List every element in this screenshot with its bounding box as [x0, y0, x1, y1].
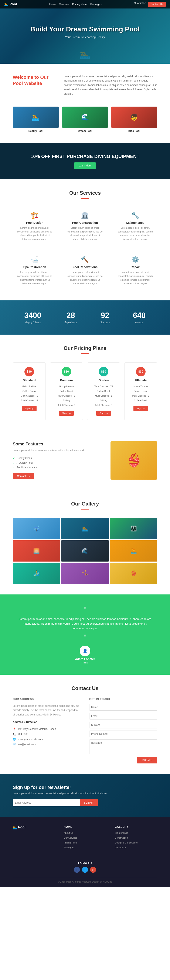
phone-input[interactable] [89, 730, 157, 737]
stat-awards-value: 640 [133, 311, 146, 320]
features-contact-button[interactable]: Contact Us [13, 473, 34, 479]
list-item: Multi Classes - 2 [55, 393, 79, 398]
promo-banner: 10% OFF FIRST PURCHASE DIVING EQUIPMENT … [0, 143, 170, 180]
plan-ultimate: $30 Ultimate Main / Toddler Group Lesson… [124, 363, 157, 420]
footer-link[interactable]: Maintenance [115, 832, 128, 834]
testimonial-name: Adam Lobster [17, 657, 153, 661]
web-icon: 🌐 [13, 738, 16, 741]
ultimate-name: Ultimate [129, 379, 153, 382]
email-input[interactable] [89, 713, 157, 719]
pool-construction-desc: Lorem ipsum dolor sit amet, consectetur … [67, 226, 103, 241]
hero-subtitle: Your Dream Is Becoming Reality [30, 35, 140, 39]
contact-section: Contact Us OUR ADDRESS Lorem ipsum dolor… [0, 675, 170, 774]
touch-heading: GET IN TOUCH [89, 698, 157, 701]
footer-brand-col: 🏊 Pool [13, 826, 55, 851]
stat-success-label: Success [100, 321, 110, 324]
footer-link[interactable]: Construction [115, 837, 128, 839]
footer-link[interactable]: Our Services [64, 837, 77, 839]
stat-exp-label: Experience [64, 321, 77, 324]
gallery-item[interactable]: 🤿 [13, 518, 60, 539]
list-item: ✓Quality Clean [13, 456, 102, 460]
welcome-right: Lorem ipsum dolor sit amet, consectetur … [64, 74, 157, 96]
guarantee-link[interactable]: Guarantee [134, 2, 146, 7]
list-item: Total Classes - 9 [91, 403, 115, 407]
features-desc: Lorem ipsum dolor sit amet consectetur a… [13, 449, 102, 453]
footer-gallery-links: Maintenance Construction Design & Constr… [115, 831, 157, 849]
gallery-item[interactable]: 🌅 [13, 540, 60, 562]
service-maintenance: 🔧 Maintenance Lorem ipsum dolor sit amet… [113, 207, 157, 245]
contact-address-col: OUR ADDRESS Lorem ipsum dolor sit amet, … [13, 698, 81, 764]
features-section: Some Features Lorem ipsum dolor sit amet… [0, 431, 170, 490]
footer-logo[interactable]: 🏊 Pool [13, 826, 55, 829]
name-input[interactable] [89, 704, 157, 711]
newsletter-submit-button[interactable]: SUBMIT [80, 799, 98, 807]
contact-link[interactable]: Contact Us [148, 2, 166, 7]
footer-link[interactable]: Design & Construction [115, 842, 138, 844]
golden-badge: $60 [99, 367, 108, 376]
standard-signup-button[interactable]: Sign Up [22, 406, 37, 411]
gallery-item[interactable]: 🤸 [61, 563, 109, 584]
gallery-item[interactable]: 👨‍👩‍👧 [110, 518, 157, 539]
service-pool-construction: 🏛️ Pool Construction Lorem ipsum dolor s… [63, 207, 107, 245]
contact-email-text: info@email.com [18, 743, 36, 746]
subject-input[interactable] [89, 722, 157, 729]
nav-home[interactable]: Home [49, 3, 56, 6]
pool-card-beauty[interactable]: 🏊 Beauty Pool [13, 107, 59, 132]
pricing-section: Our Pricing Plans $30 Standard Main / To… [0, 335, 170, 431]
list-item: Coffee Break [55, 389, 79, 393]
plan-standard: $30 Standard Main / Toddler Coffee Break… [13, 363, 46, 420]
welcome-left: Welcome to Our Pool Website [13, 74, 55, 86]
list-item: Maintenance [115, 831, 157, 834]
gallery-section: Our Gallery 🤿 🏊 👨‍👩‍👧 🌅 🌊 🤽 🏄 🤸 👙 [0, 490, 170, 595]
list-item: Construction [115, 836, 157, 839]
gallery-item[interactable]: 🌊 [61, 540, 109, 562]
features-list: ✓Quality Clean ✓A Quality Pool ✓Pool Mai… [13, 456, 102, 470]
logo[interactable]: 🏊 Pool [4, 2, 17, 6]
googleplus-icon[interactable]: g+ [90, 867, 96, 873]
promo-button[interactable]: Learn More [74, 162, 96, 169]
facebook-icon[interactable]: f [74, 867, 80, 873]
list-item: ✓A Quality Pool [13, 460, 102, 465]
pool-construction-icon: 🏛️ [67, 212, 103, 219]
spa-restoration-name: Spa Restoration [17, 266, 53, 269]
email-icon: ✉️ [13, 743, 16, 746]
gallery-item[interactable]: 🏄 [13, 563, 60, 584]
ultimate-signup-button[interactable]: Sign Up [133, 406, 148, 411]
footer-link[interactable]: Pricing Plans [64, 842, 77, 844]
footer-link[interactable]: About Us [64, 832, 73, 834]
contact-address-text: 1/41 Bay Reserve Victoria, Ocean [18, 727, 56, 730]
footer-link[interactable]: Packages [64, 846, 74, 849]
pool-card-kids[interactable]: 👦 Kids Pool [111, 107, 157, 132]
twitter-icon[interactable]: t [82, 867, 88, 873]
header-right: Guarantee Contact Us [134, 2, 166, 7]
footer-link[interactable]: Contact Us [115, 846, 126, 849]
logo-icon: 🏊 [4, 2, 8, 6]
contact-touch-section: GET IN TOUCH SUBMIT [89, 698, 157, 755]
list-item: Multi Classes - 1 [17, 393, 41, 398]
kids-pool-image: 👦 [111, 107, 157, 128]
dream-pool-image: 🌊 [62, 107, 108, 128]
golden-features: Total Classes - 75 Coffee Break Multi Cl… [91, 384, 115, 407]
testimonial-role: Trainer [82, 661, 88, 664]
gallery-item[interactable]: 🤽 [110, 540, 157, 562]
nav-services[interactable]: Services [59, 3, 69, 6]
nav-packages[interactable]: Packages [90, 3, 101, 6]
pricing-title: Our Pricing Plans [13, 345, 157, 354]
phone-field [89, 730, 157, 737]
nav-pricing[interactable]: Pricing Plans [72, 3, 87, 6]
gallery-item[interactable]: 👙 [110, 563, 157, 584]
welcome-section: Welcome to Our Pool Website Lorem ipsum … [0, 64, 170, 107]
pool-card-dream[interactable]: 🌊 Dream Pool [62, 107, 108, 132]
submit-button[interactable]: SUBMIT [137, 757, 157, 764]
list-item: Multi Classes - 1 [129, 393, 153, 398]
gallery-item[interactable]: 🏊 [61, 518, 109, 539]
contact-detail-address: 📍 1/41 Bay Reserve Victoria, Ocean [13, 727, 81, 730]
golden-signup-button[interactable]: Sign Up [96, 410, 111, 416]
list-item: Coffee Break [91, 389, 115, 393]
newsletter-input[interactable] [13, 799, 80, 807]
premium-signup-button[interactable]: Sign Up [59, 410, 74, 416]
list-item: Total Classes - 6 [55, 403, 79, 407]
message-input[interactable] [89, 740, 157, 754]
pool-design-desc: Lorem ipsum dolor sit amet, consectetur … [17, 226, 53, 241]
services-grid: 🏗️ Pool Design Lorem ipsum dolor sit ame… [13, 207, 157, 290]
